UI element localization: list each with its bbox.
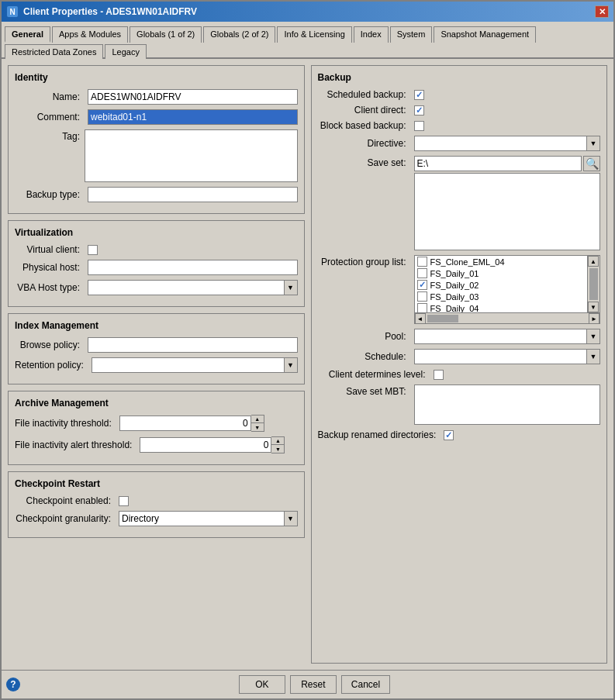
prot-item-0-checkbox[interactable]: [417, 257, 427, 267]
file-inactivity-alert-up-btn[interactable]: ▲: [271, 437, 284, 445]
saveset-input[interactable]: [414, 156, 582, 171]
block-based-checkbox[interactable]: [414, 121, 424, 131]
prot-item-0-label: FS_Clone_EML_04: [430, 257, 505, 267]
prot-item-1-checkbox[interactable]: [417, 268, 427, 278]
list-item[interactable]: FS_Clone_EML_04: [415, 256, 588, 267]
tab-globals-2[interactable]: Globals (2 of 2): [203, 26, 275, 43]
physical-host-input[interactable]: [88, 260, 298, 275]
list-item[interactable]: FS_Daily_01: [415, 267, 588, 279]
client-direct-checkbox[interactable]: ✓: [414, 105, 424, 116]
vba-host-select-wrapper: ▼: [88, 280, 298, 295]
tab-general[interactable]: General: [5, 26, 50, 43]
help-button[interactable]: ?: [6, 678, 20, 691]
vscroll-thumb[interactable]: [589, 268, 598, 300]
scheduled-backup-checkmark: ✓: [416, 90, 423, 100]
index-management-section: Index Management Browse policy: Retentio…: [8, 313, 305, 384]
protection-list[interactable]: FS_Clone_EML_04 FS_Daily_01 ✓: [414, 255, 589, 313]
scheduled-backup-checkbox[interactable]: ✓: [414, 90, 424, 100]
file-inactivity-alert-input[interactable]: [140, 437, 271, 453]
schedule-select[interactable]: [414, 349, 601, 364]
block-based-row: Block based backup:: [318, 120, 601, 131]
checkpoint-section: Checkpoint Restart Checkpoint enabled: C…: [8, 471, 305, 538]
client-direct-checkmark: ✓: [416, 105, 423, 116]
physical-host-label: Physical host:: [15, 262, 85, 273]
checkpoint-enabled-checkbox[interactable]: [119, 496, 129, 506]
retention-policy-label: Retention policy:: [15, 360, 88, 371]
directive-select-wrapper: ▼: [414, 136, 601, 151]
block-based-label: Block based backup:: [318, 120, 411, 131]
tab-system[interactable]: System: [390, 26, 433, 43]
browse-policy-row: Browse policy:: [15, 337, 298, 353]
cancel-button[interactable]: Cancel: [341, 675, 390, 694]
tag-row: Tag:: [15, 129, 298, 182]
vscroll-down-btn[interactable]: ▼: [588, 302, 599, 312]
horiz-scrollbar: ◄ ►: [414, 313, 601, 324]
file-inactivity-up-btn[interactable]: ▲: [251, 416, 264, 423]
saveset-area[interactable]: [414, 173, 601, 250]
prot-item-3-checkbox[interactable]: [417, 291, 427, 302]
tab-restricted[interactable]: Restricted Data Zones: [5, 44, 103, 59]
list-item[interactable]: FS_Daily_03: [415, 291, 588, 302]
file-inactivity-alert-spinner: ▲ ▼: [140, 436, 285, 453]
tab-snapshot[interactable]: Snapshot Management: [434, 26, 536, 43]
reset-button[interactable]: Reset: [290, 675, 337, 694]
close-button[interactable]: ✕: [595, 5, 609, 18]
horiz-scroll-track[interactable]: [426, 313, 589, 323]
horiz-scroll-right-btn[interactable]: ►: [589, 313, 599, 324]
list-item[interactable]: FS_Daily_04: [415, 302, 588, 313]
checkpoint-granularity-select[interactable]: Directory File: [119, 511, 298, 526]
tab-index[interactable]: Index: [354, 26, 389, 43]
checkpoint-enabled-label: Checkpoint enabled:: [15, 495, 116, 506]
comment-input[interactable]: [88, 109, 298, 125]
backup-renamed-checkbox[interactable]: ✓: [444, 430, 454, 440]
tab-legacy[interactable]: Legacy: [105, 44, 146, 59]
virtual-client-checkbox[interactable]: [88, 245, 98, 255]
pool-label: Pool:: [318, 331, 411, 342]
prot-item-2-checkbox[interactable]: ✓: [417, 280, 427, 290]
horiz-scroll-thumb: [427, 315, 458, 322]
save-set-mbt-area[interactable]: [414, 384, 601, 425]
vba-host-select[interactable]: [88, 280, 298, 295]
retention-policy-select[interactable]: [92, 357, 298, 373]
list-item[interactable]: ✓ FS_Daily_02: [415, 279, 588, 291]
prot-item-4-checkbox[interactable]: [417, 303, 427, 313]
client-direct-row: Client direct: ✓: [318, 105, 601, 116]
app-icon: N: [6, 5, 19, 18]
saveset-browse-button[interactable]: 🔍: [583, 156, 600, 171]
file-inactivity-spinner: ▲ ▼: [119, 415, 264, 432]
file-inactivity-input[interactable]: [119, 416, 251, 431]
file-inactivity-alert-down-btn[interactable]: ▼: [271, 445, 284, 453]
pool-select[interactable]: [414, 329, 601, 344]
browse-policy-input[interactable]: [88, 337, 298, 353]
backup-type-input[interactable]: [88, 187, 298, 202]
directive-select[interactable]: [414, 136, 601, 151]
right-panel: Backup Scheduled backup: ✓ Client direct…: [311, 65, 608, 664]
scheduled-backup-label: Scheduled backup:: [318, 89, 411, 100]
checkpoint-granularity-select-wrapper: Directory File ▼: [119, 511, 298, 526]
ok-button[interactable]: OK: [239, 675, 285, 694]
file-inactivity-alert-label: File inactivity alert threshold:: [15, 440, 136, 450]
backup-title: Backup: [318, 72, 601, 83]
pool-select-wrapper: ▼: [414, 329, 601, 344]
client-determines-checkbox[interactable]: [434, 370, 444, 380]
file-inactivity-down-btn[interactable]: ▼: [251, 423, 264, 431]
file-inactivity-row: File inactivity threshold: ▲ ▼: [15, 415, 298, 432]
tag-textarea[interactable]: [85, 129, 298, 182]
prot-item-2-label: FS_Daily_02: [430, 281, 479, 290]
retention-policy-select-wrapper: ▼: [92, 357, 298, 373]
window-title: Client Properties - ADES1WN01AIDFRV: [23, 6, 197, 17]
protection-list-wrapper: FS_Clone_EML_04 FS_Daily_01 ✓: [414, 255, 601, 324]
vscroll-up-btn[interactable]: ▲: [588, 256, 599, 267]
archive-management-section: Archive Management File inactivity thres…: [8, 391, 305, 465]
name-input[interactable]: [88, 89, 298, 105]
tab-globals-1[interactable]: Globals (1 of 2): [130, 26, 202, 43]
protection-group-label: Protection group list:: [318, 255, 411, 267]
backup-type-label: Backup type:: [15, 189, 85, 200]
directive-row: Directive: ▼: [318, 136, 601, 151]
saveset-top: 🔍: [414, 156, 601, 171]
tab-apps-modules[interactable]: Apps & Modules: [52, 26, 128, 43]
tab-info-licensing[interactable]: Info & Licensing: [277, 26, 351, 43]
saveset-input-area: 🔍: [414, 156, 601, 250]
saveset-row: Save set: 🔍: [318, 156, 601, 250]
horiz-scroll-left-btn[interactable]: ◄: [415, 313, 426, 324]
